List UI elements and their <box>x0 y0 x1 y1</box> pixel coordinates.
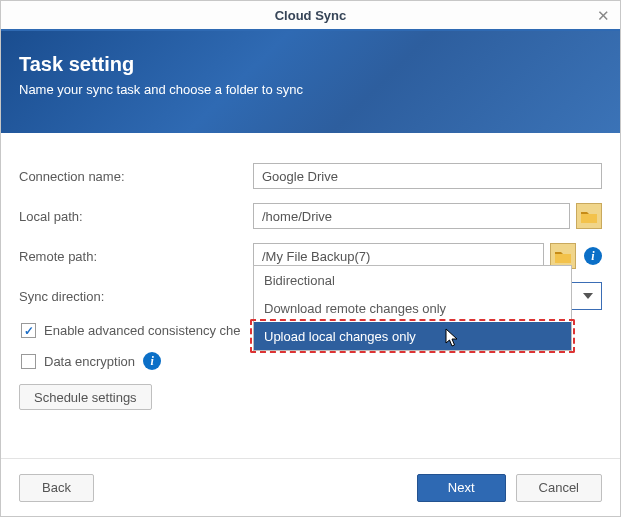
connection-name-label: Connection name: <box>19 169 253 184</box>
sync-direction-dropdown: Bidirectional Download remote changes on… <box>253 265 572 351</box>
row-connection-name: Connection name: <box>19 163 602 189</box>
info-icon[interactable]: i <box>143 352 161 370</box>
back-button[interactable]: Back <box>19 474 94 502</box>
consistency-check-label: Enable advanced consistency che <box>44 323 241 338</box>
titlebar: Cloud Sync ✕ <box>1 1 620 31</box>
page-title: Task setting <box>19 53 602 76</box>
folder-icon <box>555 250 571 263</box>
form-content: Connection name: Local path: Remote path… <box>1 133 620 458</box>
dropdown-option-upload-only[interactable]: Upload local changes only <box>254 322 571 350</box>
row-local-path: Local path: <box>19 203 602 229</box>
close-icon[interactable]: ✕ <box>597 7 610 25</box>
row-data-encryption: Data encryption i <box>19 352 602 370</box>
local-path-label: Local path: <box>19 209 253 224</box>
page-subtitle: Name your sync task and choose a folder … <box>19 82 602 97</box>
local-path-browse-button[interactable] <box>576 203 602 229</box>
cancel-button[interactable]: Cancel <box>516 474 602 502</box>
cursor-icon <box>445 328 461 351</box>
folder-icon <box>581 210 597 223</box>
cloud-sync-dialog: Cloud Sync ✕ Task setting Name your sync… <box>0 0 621 517</box>
dropdown-option-download-only[interactable]: Download remote changes only <box>254 294 571 322</box>
connection-name-input[interactable] <box>253 163 602 189</box>
header-panel: Task setting Name your sync task and cho… <box>1 31 620 133</box>
remote-path-label: Remote path: <box>19 249 253 264</box>
info-icon[interactable]: i <box>584 247 602 265</box>
chevron-down-icon <box>583 293 593 299</box>
dropdown-option-label: Upload local changes only <box>264 329 416 344</box>
data-encryption-checkbox[interactable] <box>21 354 36 369</box>
next-button[interactable]: Next <box>417 474 506 502</box>
window-title: Cloud Sync <box>275 8 347 23</box>
local-path-input[interactable] <box>253 203 570 229</box>
sync-direction-label: Sync direction: <box>19 289 253 304</box>
footer: Back Next Cancel <box>1 458 620 516</box>
schedule-settings-button[interactable]: Schedule settings <box>19 384 152 410</box>
data-encryption-label: Data encryption <box>44 354 135 369</box>
dropdown-option-bidirectional[interactable]: Bidirectional <box>254 266 571 294</box>
consistency-check-checkbox[interactable] <box>21 323 36 338</box>
